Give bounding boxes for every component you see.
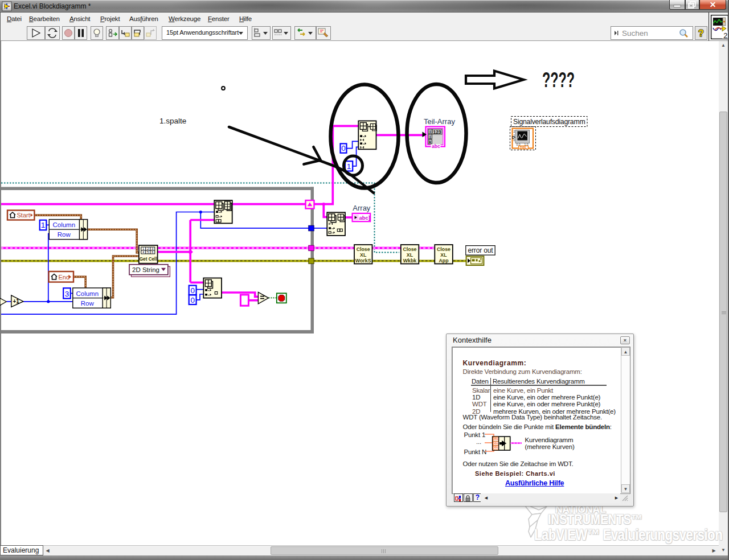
svg-text:DBL: DBL <box>493 438 499 441</box>
svg-text:Suchen: Suchen <box>622 29 648 38</box>
svg-text:DBL: DBL <box>493 442 499 445</box>
svg-text:✕: ✕ <box>710 0 716 9</box>
svg-text:2: 2 <box>723 31 727 40</box>
svg-text:DBL: DBL <box>493 446 499 450</box>
svg-text:?: ? <box>698 28 704 38</box>
